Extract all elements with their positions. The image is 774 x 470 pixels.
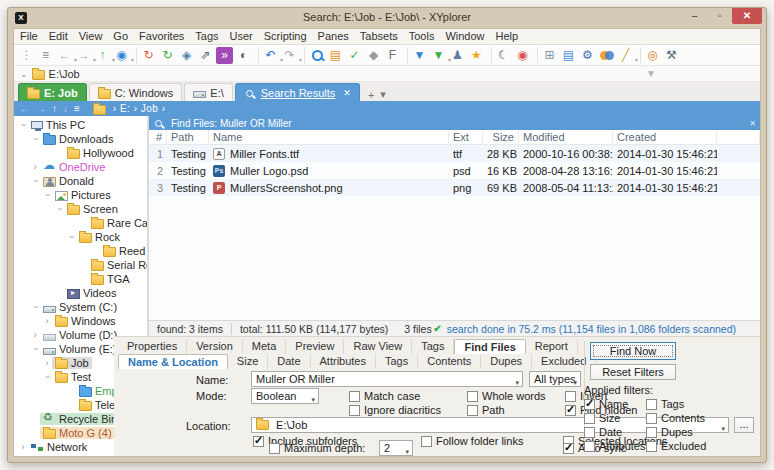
tree-item[interactable]: Donald [14,174,147,188]
find-now-button[interactable]: Find Now [590,342,676,360]
column-name[interactable]: Name [209,130,449,145]
menu-item[interactable]: Tags [195,30,218,44]
minimize-button[interactable]: – [682,8,707,24]
tree-item[interactable]: Videos [14,286,147,300]
find-files-subtab[interactable]: Excluded [532,354,596,369]
column-modified[interactable]: Modified [519,130,613,145]
back-icon[interactable]: ← [56,47,73,64]
tree-item[interactable]: Pictures [14,188,147,202]
checkbox-box[interactable] [349,391,360,402]
tab[interactable]: Search Results ✕ [235,83,360,101]
table-row[interactable]: 1 Testing A Miller Fonts.ttf ttf 28 KB 2… [149,145,760,162]
checkbox[interactable]: Match case [349,389,467,403]
titlebar[interactable]: X Search: E:\Job - E:\Job\ - XYplorer – … [8,8,766,28]
column-created[interactable]: Created [613,130,717,145]
info-tab[interactable]: Properties [118,339,187,354]
checkbox-box[interactable] [349,405,360,416]
info-tab[interactable]: Tags [412,339,454,354]
info-tab[interactable]: Raw View [344,339,412,354]
tree-item[interactable]: Windows [14,314,147,328]
mode-select[interactable]: Boolean [251,388,319,404]
filter-checkbox[interactable]: Excluded [646,439,718,453]
checkbox-box[interactable] [565,391,576,402]
filter-checkbox[interactable]: Tags [646,397,718,411]
dark-mode-icon[interactable]: ☾ [491,47,512,64]
compass-icon[interactable]: ◐ [235,47,252,64]
tree-item[interactable]: Rock [14,230,147,244]
layers-icon[interactable]: ◈ [178,47,195,64]
tree-expander-icon[interactable] [42,316,52,326]
star-icon[interactable]: ★ [468,47,485,64]
tree-expander-icon[interactable] [30,134,40,144]
tree-expander-icon[interactable] [30,330,40,340]
filter-checkbox[interactable]: Contents [646,411,718,425]
address-path[interactable]: E:\Job [49,68,80,80]
breadcrumb-menu-icon[interactable]: ≡ [74,103,80,114]
filter-checkbox[interactable]: Attributes [584,439,646,453]
checkbox-box[interactable] [565,405,576,416]
checkbox-box[interactable] [584,413,595,424]
menu-item[interactable]: View [79,30,103,44]
send-icon[interactable]: ⇗ [197,47,214,64]
checkbox-box[interactable] [646,413,657,424]
breadcrumb[interactable]: › E: › Job › [113,103,166,114]
checkbox-box[interactable] [421,436,432,447]
find-files-subtab[interactable]: Contents [418,354,481,369]
tree-expander-icon[interactable] [42,358,52,368]
tab-list-dropdown-icon[interactable]: ▾ [380,88,386,101]
breadcrumb-up-icon[interactable]: ↑ [52,103,57,114]
tree-item[interactable]: Downloads [14,132,147,146]
menu-item[interactable]: Favorites [139,30,184,44]
table-row[interactable]: 3 Testing P MullersScreenshot.png png 69… [149,179,760,196]
grip-icon[interactable]: ⋮ [18,47,35,64]
close-icon[interactable]: ✕ [749,119,756,128]
find-files-subtab[interactable]: Name & Location [118,354,228,369]
info-tab[interactable]: Preview [286,339,344,354]
scripting-icon[interactable]: » [216,47,233,64]
info-tab[interactable]: Meta [243,339,286,354]
filter-checkbox[interactable]: Dupes [646,425,718,439]
depth-select[interactable]: 2 [379,440,413,456]
basketball-icon[interactable]: ◉ [514,47,531,64]
new-tab-button[interactable]: + [368,89,374,101]
ghost-icon[interactable]: ♟ [449,47,466,64]
tab-close-icon[interactable]: ✕ [343,88,351,98]
tree-expander-icon[interactable] [42,190,52,200]
tree-expander-icon[interactable] [30,344,40,354]
column-num[interactable]: # [149,130,167,145]
colors-icon[interactable] [598,47,615,64]
tab[interactable]: E:\ [184,83,232,101]
tree-item[interactable]: Rare Cameras [14,216,147,230]
tree-expander-icon[interactable] [30,162,40,172]
checkbox-box[interactable] [253,436,264,447]
filter-icon[interactable]: ▼ [407,47,428,64]
search-icon[interactable] [304,47,325,64]
reset-filters-button[interactable]: Reset Filters [590,364,676,380]
menu-item[interactable]: Go [113,30,128,44]
checkbox[interactable]: Ignore diacritics [349,403,467,417]
tab[interactable]: E: Job [18,83,87,101]
checkbox-box[interactable] [584,399,595,410]
tools-icon[interactable]: ⚒ [663,47,680,64]
tree-expander-icon[interactable] [66,232,76,242]
checkbox-box[interactable] [646,427,657,438]
browse-button[interactable]: ... [734,417,754,433]
redo-icon[interactable]: ↷ [281,47,298,64]
checkbox-box[interactable] [646,441,657,452]
checkbox-box[interactable] [646,399,657,410]
breadcrumb-down-icon[interactable]: ↓ [63,103,68,114]
checkbox[interactable]: Whole words [467,389,565,403]
find-files-subtab[interactable]: Tags [376,354,418,369]
chevron-down-icon[interactable]: ⌄ [20,69,28,79]
address-bar[interactable]: ⌄ E:\Job ▼ [14,66,760,82]
type-select[interactable]: All types [529,371,581,387]
details-view-icon[interactable]: ▤ [560,47,577,64]
menu-item[interactable]: User [230,30,253,44]
info-tab[interactable]: Find Files [454,339,525,354]
menu-item[interactable]: Window [445,30,484,44]
checkbox[interactable]: Follow folder links [421,435,563,447]
tree-item[interactable]: System (C:) [14,300,147,314]
brush-icon[interactable]: ╱ [617,47,634,64]
filter-checkbox[interactable]: Size [584,411,646,425]
gear-icon[interactable]: ⚙ [579,47,596,64]
